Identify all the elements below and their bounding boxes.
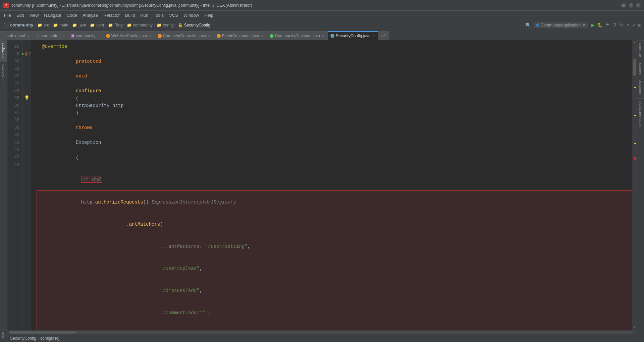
menu-bar: File Edit View Navigate Code Analyze Ref… xyxy=(0,11,644,20)
window-controls[interactable]: — □ ✕ xyxy=(621,3,641,8)
panel-tab-maven[interactable]: Maven xyxy=(637,60,644,77)
code-lines[interactable]: @Override protected void configure ( Htt… xyxy=(31,40,632,330)
bc-java[interactable]: 📁 java xyxy=(71,23,87,27)
panel-tab-bean-validation[interactable]: Bean Validation xyxy=(637,98,644,129)
minimize-button[interactable]: — xyxy=(621,3,626,8)
panel-tab-art-build[interactable]: Art Build xyxy=(637,40,644,60)
bc-securityconfig[interactable]: 🔒 SecurityConfig xyxy=(177,23,211,27)
intention-bulb-icon[interactable]: 💡 xyxy=(24,95,30,102)
close-tab-communityconstant[interactable]: × xyxy=(321,34,325,38)
bc-config[interactable]: 📁 config xyxy=(156,23,174,27)
bc-community[interactable]: ⬛ community xyxy=(3,22,34,27)
panel-tab-database[interactable]: Database xyxy=(637,77,644,98)
scroll-down-button[interactable]: ▼ xyxy=(632,325,637,330)
gutter-run-arrow[interactable]: ▶ xyxy=(22,50,24,58)
close-tab-community[interactable]: × xyxy=(97,34,100,38)
left-panel-tabs: 1: Project 2: Favorites Web xyxy=(0,40,7,342)
code-line-36: "/comment/add/**", xyxy=(37,302,632,324)
v-scroll-track[interactable] xyxy=(633,45,636,325)
close-tab-search-html[interactable]: × xyxy=(62,34,65,38)
scroll-marker-yellow3 xyxy=(634,143,636,144)
close-tab-webmvcconfig[interactable]: × xyxy=(148,34,152,38)
h-scroll-track[interactable] xyxy=(9,331,635,334)
search-everywhere-icon[interactable]: 🔍 xyxy=(525,22,531,28)
menu-vcs[interactable]: VCS xyxy=(166,12,181,18)
tab-index-html[interactable]: H index.html × xyxy=(0,31,33,40)
line-numbers: 28 29 30 31 32 33 34 35 36 37 38 39 40 4… xyxy=(7,40,22,330)
bc-src[interactable]: 📁 src xyxy=(37,23,50,27)
code-line-30: // 授权 xyxy=(37,168,632,190)
expand-button[interactable]: ⤢ xyxy=(632,23,635,27)
close-tab-eventconsumer[interactable]: × xyxy=(260,34,264,38)
close-tab-index-html[interactable]: × xyxy=(26,34,30,38)
vcs-update-button[interactable]: ↗ xyxy=(626,23,629,27)
scroll-marker-yellow1 xyxy=(634,87,636,88)
tab-eventconsumer[interactable]: EventConsumer.java × xyxy=(214,31,267,40)
bc2-configure[interactable]: configure() xyxy=(40,336,59,341)
bc-community2[interactable]: 📁 community xyxy=(126,23,153,27)
menu-file[interactable]: File xyxy=(1,12,14,18)
tab-webmvcconfig[interactable]: WebMvcConfig.java × xyxy=(103,31,155,40)
tab-search-html[interactable]: H search.html × xyxy=(33,31,68,40)
tab-overflow[interactable]: ≡2 xyxy=(378,31,389,40)
editor-area: 28 29 30 31 32 33 34 35 36 37 38 39 40 4… xyxy=(7,40,637,342)
code-content: 28 29 30 31 32 33 34 35 36 37 38 39 40 4… xyxy=(7,40,637,330)
h-scrollbar[interactable] xyxy=(7,330,637,334)
menu-view[interactable]: View xyxy=(26,12,41,18)
gutter-bookmark-at: @ xyxy=(25,50,28,58)
title-bar: IJ community [F:\community] - ...\src\ma… xyxy=(0,0,644,11)
coverage-button[interactable]: ☂ xyxy=(605,22,609,27)
bc-ring[interactable]: 📁 Ring xyxy=(107,23,123,27)
run-config-selector[interactable]: ⚙ CommunityApplication ▼ xyxy=(534,22,588,28)
close-button[interactable]: ✕ xyxy=(636,3,641,8)
bc2-sep: › xyxy=(38,336,39,341)
menu-run[interactable]: Run xyxy=(138,12,151,18)
menu-window[interactable]: Window xyxy=(181,12,202,18)
tab-communityconstant[interactable]: I CommunityConstant.java × xyxy=(267,31,328,40)
scroll-marker-yellow2 xyxy=(634,115,636,116)
panel-tab-project[interactable]: 1: Project xyxy=(0,40,7,61)
scroll-up-button[interactable]: ▲ xyxy=(632,40,637,45)
gutter-shield-icon: 🛡 xyxy=(28,50,31,58)
menu-analyze[interactable]: Analyze xyxy=(80,12,101,18)
tab-securityconfig[interactable]: 🔒 SecurityConfig.java × xyxy=(328,31,378,40)
code-line-33: ...antPatterns: "/user/setting", xyxy=(37,235,632,258)
close-tab-commentcontroller[interactable]: × xyxy=(207,34,211,38)
gutter-29: ▶ @ 🛡 xyxy=(22,50,31,58)
bc-com[interactable]: 📁 com xyxy=(89,23,105,27)
app-icon: IJ xyxy=(3,3,9,8)
h-scroll-thumb[interactable] xyxy=(9,331,76,334)
v-scrollbar[interactable]: ▲ ▼ xyxy=(632,40,637,330)
debug-button[interactable]: 🐛 xyxy=(597,22,603,27)
menu-navigate[interactable]: Navigate xyxy=(41,12,64,18)
gutter-28 xyxy=(22,43,31,50)
code-line-37: "/letter/**", xyxy=(37,324,632,330)
settings-button[interactable]: ⚙ xyxy=(619,22,623,27)
code-line-32: .antMatchers( xyxy=(37,213,632,235)
menu-help[interactable]: Help xyxy=(202,12,216,18)
code-line-29: protected void configure ( HttpSecurity … xyxy=(37,50,632,168)
tab-commentcontroller[interactable]: CommentController.java × xyxy=(155,31,214,40)
profile-button[interactable]: ⏱ xyxy=(612,22,616,27)
menu-tools[interactable]: Tools xyxy=(151,12,166,18)
menu-build[interactable]: Build xyxy=(122,12,138,18)
code-line-28: @Override xyxy=(37,43,632,50)
breadcrumb2: SecurityConfig › configure() xyxy=(7,334,637,342)
code-line-31: http.authorizeRequests() ExpressionInter… xyxy=(37,190,632,213)
tab-community[interactable]: m community × xyxy=(68,31,103,40)
run-button[interactable]: ▶ xyxy=(591,22,595,28)
menu-refactor[interactable]: Refactor xyxy=(101,12,122,18)
panel-tab-web[interactable]: Web xyxy=(0,329,7,342)
panel-tab-favorites[interactable]: 2: Favorites xyxy=(0,61,7,86)
menu-edit[interactable]: Edit xyxy=(14,12,26,18)
layout-button[interactable]: ⊞ xyxy=(638,23,641,27)
close-tab-securityconfig[interactable]: × xyxy=(372,34,375,38)
tab-bar: H index.html × H search.html × m communi… xyxy=(0,30,644,40)
maximize-button[interactable]: □ xyxy=(629,3,633,8)
v-scroll-thumb[interactable] xyxy=(633,59,636,76)
bc-main[interactable]: 📁 main xyxy=(52,23,69,27)
bc2-securityconfig[interactable]: SecurityConfig xyxy=(10,336,36,341)
scroll-marker-red xyxy=(634,157,636,160)
gutter-36[interactable]: 💡 xyxy=(22,95,31,102)
menu-code[interactable]: Code xyxy=(64,12,80,18)
